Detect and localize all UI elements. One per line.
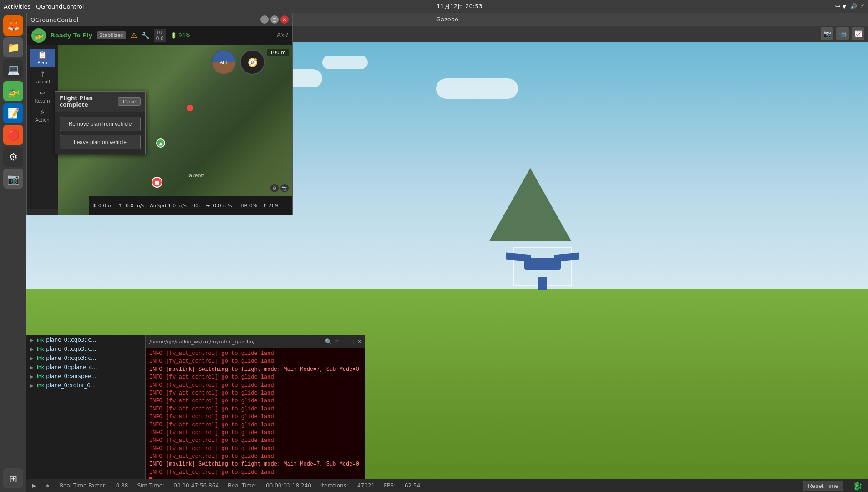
qgc-logo: 🚁 [31, 28, 46, 43]
tree-name-5: plane_0::airspee... [46, 373, 96, 379]
network-icon[interactable]: ⚡ [861, 3, 864, 10]
terminal-menu-icon[interactable]: ≡ [335, 338, 339, 345]
qgc-header: 🚁 Ready To Fly Stabilized ⚠ 🔧 100.0 🔋 94… [27, 26, 292, 45]
tree-item-4[interactable]: ▶ link plane_0::plane_c... [26, 363, 145, 372]
tree-arrow-3: ▶ [30, 356, 34, 361]
terminal-search-icon[interactable]: 🔍 [325, 338, 332, 345]
qgc-maximize-btn[interactable]: □ [270, 15, 279, 24]
vspeed-reading: ↑ -0.0 m/s [118, 203, 144, 209]
qgc-tool-takeoff[interactable]: ↑ Takeoff [30, 68, 55, 86]
heading-reading: ↑ 209 [263, 203, 278, 209]
play-icon[interactable]: ▶ [32, 482, 36, 489]
qgc-taskbar-icon[interactable]: 🚁 [3, 81, 23, 101]
qgc-tool-plan[interactable]: 📋 Plan [30, 49, 55, 67]
compass-indicator: 🧭 [240, 50, 265, 75]
chinese-icon: 🐉 [853, 481, 863, 491]
app-indicator[interactable]: QGroundControl [36, 3, 84, 10]
sim-time-label: Sim Time: [137, 482, 164, 489]
tree-item-5[interactable]: ▶ link plane_0::airspee... [26, 372, 145, 381]
plan-label: Plan [37, 60, 47, 65]
terminal-line: INFO [fw_att_control] go to glide land [149, 445, 362, 453]
camera-btn-map[interactable]: 📷 [280, 184, 289, 192]
return-label: Return [35, 98, 50, 103]
tree-item-2[interactable]: ▶ link plane_0::cgo3::c... [26, 344, 145, 354]
warning-icon: ⚠ [131, 31, 137, 40]
action-label: Action [35, 118, 49, 123]
fp-dialog-body: Remove plan from vehicle Leave plan on v… [55, 112, 145, 154]
sys-bar-right: 中 ▼ 🔊 ⚡ [835, 3, 864, 10]
terminal-icon[interactable]: 💻 [3, 59, 23, 79]
time-reading: 00: [192, 203, 200, 209]
takeoff-label: Takeoff [34, 79, 50, 84]
terminal-titlebar: /home/gjx/catkin_ws/src/myrobot_gazebo/.… [146, 335, 365, 348]
iterations-value: 47021 [357, 482, 375, 489]
gz-plot-btn[interactable]: 📈 [852, 27, 864, 40]
tree-type-1: link [36, 337, 44, 343]
remove-plan-button[interactable]: Remove plan from vehicle [60, 117, 141, 131]
tree-item-1[interactable]: ▶ link plane_0::cgo3::c... [26, 335, 145, 344]
tree-name-6: plane_0::rotor_0... [46, 382, 96, 389]
flight-plan-dialog: Flight Plan complete Close Remove plan f… [55, 91, 146, 154]
terminal-line: INFO [fw_att_control] go to glide land [149, 421, 362, 429]
throttle-reading: THR 0% [238, 203, 258, 209]
terminal-line: INFO [mavlink] Switching to flight mode:… [149, 461, 362, 468]
leave-plan-button[interactable]: Leave plan on vehicle [60, 135, 141, 149]
drone-tail [538, 277, 547, 290]
files-icon[interactable]: 📁 [3, 37, 23, 57]
tree-arrow-2: ▶ [30, 347, 34, 352]
qgc-window-controls: − □ ✕ [260, 15, 289, 24]
terminal-line: INFO [fw_att_control] go to glide land [149, 429, 362, 437]
terminal-close-btn[interactable]: ✕ [357, 338, 362, 345]
plan-icon: 📋 [38, 51, 47, 59]
cloud-5 [436, 78, 518, 99]
qgc-minimize-btn[interactable]: − [260, 15, 269, 24]
map-instruments: ATT 🧭 [211, 50, 265, 75]
wrench-icon: 🔧 [142, 32, 149, 39]
tree-item-3[interactable]: ▶ link plane_0::cgo3::c... [26, 354, 145, 363]
tree-arrow-6: ▶ [30, 383, 34, 388]
firefox-icon[interactable]: 🦊 [3, 15, 23, 36]
terminal-line: INFO [mavlink] Switching to flight mode:… [149, 366, 362, 374]
settings-icon[interactable]: ⚙️ [3, 147, 23, 167]
alt-reading: ↕ 0.0 m [92, 203, 112, 209]
vscode-icon[interactable]: 📝 [3, 103, 23, 123]
drone-model [506, 245, 579, 290]
tree-type-5: link [36, 374, 44, 379]
terminal-maximize-btn[interactable]: □ [350, 338, 355, 345]
bottom-panel: ▶ link plane_0::cgo3::c... ▶ link plane_… [26, 335, 274, 492]
system-bar: Activities QGroundControl 11月12日 20:53 中… [0, 0, 868, 13]
tree-item-6[interactable]: ▶ link plane_0::rotor_0... [26, 381, 145, 390]
tree-name-4: plane_0::plane_c... [46, 364, 97, 370]
gz-screenshot-btn[interactable]: 📷 [821, 27, 833, 40]
terminal-minimize-btn[interactable]: − [342, 338, 347, 345]
fp-close-button[interactable]: Close [118, 97, 141, 106]
ubuntu-icon[interactable]: 🔴 [3, 125, 23, 145]
gazebo-title: Gazebo [436, 16, 458, 23]
lang-indicator[interactable]: 中 ▼ [835, 3, 847, 10]
real-time-factor-label: Real Time Factor: [60, 482, 107, 489]
qgc-tool-return[interactable]: ↩ Return [30, 87, 55, 105]
action-icon: ⚡ [40, 108, 45, 117]
step-icon[interactable]: ⏭ [45, 482, 51, 489]
apps-icon[interactable]: ⊞ [3, 468, 23, 488]
fps-value: 62.54 [405, 482, 420, 489]
qgc-titlebar: QGroundControl − □ ✕ [27, 13, 292, 26]
attitude-indicator: ATT [211, 50, 236, 75]
settings-btn-map[interactable]: ⚙ [270, 184, 279, 192]
stop-btn[interactable]: ⏹ [152, 177, 162, 188]
volume-icon[interactable]: 🔊 [850, 3, 857, 10]
reset-time-button[interactable]: Reset Time [803, 481, 843, 491]
terminal-path: /home/gjx/catkin_ws/src/myrobot_gazebo/.… [149, 339, 259, 345]
real-time-label: Real Time: [228, 482, 257, 489]
tree-name-3: plane_0::cgo3::c... [46, 355, 96, 361]
gz-record-btn[interactable]: 📹 [836, 27, 849, 40]
camera-icon[interactable]: 📷 [3, 169, 23, 189]
aerial-marker [187, 105, 193, 111]
tree-arrow-5: ▶ [30, 374, 34, 379]
qgc-tool-action[interactable]: ⚡ Action [30, 106, 55, 124]
activities-label[interactable]: Activities [4, 3, 30, 10]
tree-type-2: link [36, 346, 44, 352]
iterations-label: Iterations: [320, 482, 348, 489]
qgc-close-btn[interactable]: ✕ [280, 15, 289, 24]
tree-type-3: link [36, 355, 44, 361]
